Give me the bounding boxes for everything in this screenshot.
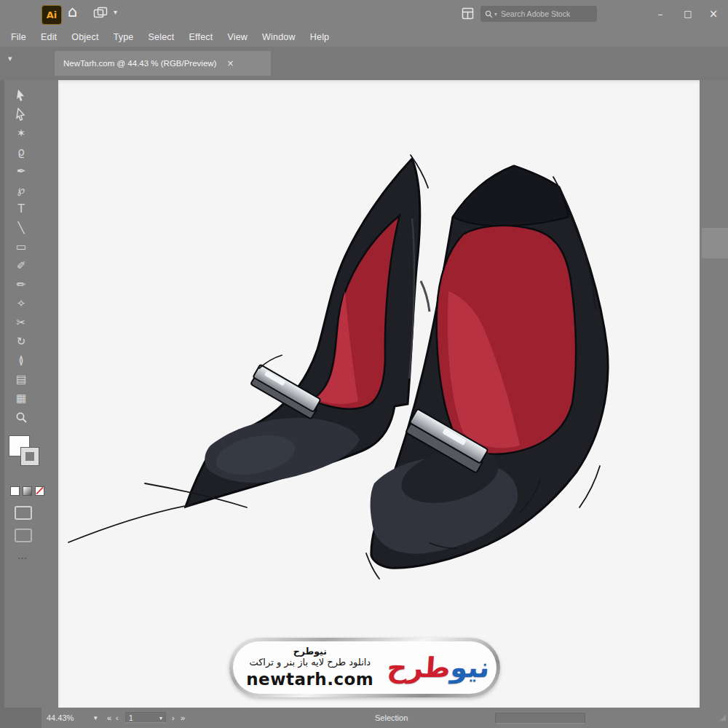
watermark-logo-red: طرح bbox=[386, 652, 451, 684]
shaper-tool-icon[interactable]: ✧ bbox=[4, 294, 38, 313]
search-icon bbox=[485, 10, 493, 18]
draw-normal-mode-icon[interactable] bbox=[15, 506, 32, 520]
rectangle-tool-icon[interactable]: ▭ bbox=[4, 237, 38, 256]
menubar-items: FileEditObjectTypeSelectEffectViewWindow… bbox=[0, 28, 728, 47]
status-bar: 44.43% ▾ « ‹ 1 ▾ › » Selection ◢ bbox=[0, 708, 728, 728]
tools-panel: ✶ϱ✒℘T╲▭✐✏✧✂↻≬▤▦ ⋯ bbox=[4, 80, 58, 708]
maximize-button[interactable]: □ bbox=[676, 0, 700, 28]
color-type-row bbox=[10, 486, 48, 496]
watermark-domain: newtarh.com bbox=[240, 669, 380, 690]
artboard-canvas[interactable]: نیوطرح دانلود طرح لایه باز بنر و تراکت n… bbox=[58, 80, 700, 708]
menu-select[interactable]: Select bbox=[149, 32, 175, 42]
artboard-chevron-icon[interactable]: ▾ bbox=[159, 713, 162, 722]
app-logo-icon[interactable]: Ai bbox=[41, 5, 62, 25]
watermark-logo: نیوطرح bbox=[386, 652, 491, 684]
zoom-chevron-icon[interactable]: ▾ bbox=[94, 708, 98, 728]
menu-view[interactable]: View bbox=[227, 32, 248, 42]
tab-overflow-chevron-icon[interactable]: ▾ bbox=[8, 54, 12, 63]
zoom-level[interactable]: 44.43% bbox=[47, 708, 74, 728]
rotate-tool-icon[interactable]: ↻ bbox=[4, 332, 38, 351]
previous-artboard-button[interactable]: ‹ bbox=[116, 708, 119, 728]
search-input[interactable]: ▾ Search Adobe Stock bbox=[480, 6, 597, 22]
gradient-button[interactable] bbox=[23, 486, 32, 496]
watermark-badge: نیوطرح دانلود طرح لایه باز بنر و تراکت n… bbox=[229, 638, 500, 697]
document-tab[interactable]: NewTarh.com @ 44.43 % (RGB/Preview) × bbox=[55, 51, 271, 76]
menu-edit[interactable]: Edit bbox=[41, 32, 57, 42]
paintbrush-tool-icon[interactable]: ✐ bbox=[4, 256, 38, 275]
tools-list: ✶ϱ✒℘T╲▭✐✏✧✂↻≬▤▦ bbox=[4, 80, 58, 427]
search-chevron-icon: ▾ bbox=[494, 11, 497, 17]
main-area: ✶ϱ✒℘T╲▭✐✏✧✂↻≬▤▦ ⋯ bbox=[0, 80, 728, 708]
title-bar: Ai ⌂ ▾ ▾ Search Adobe Stock – □ × bbox=[0, 0, 728, 28]
search-placeholder: Search Adobe Stock bbox=[501, 9, 570, 18]
mesh-tool-icon[interactable]: ▦ bbox=[4, 389, 38, 408]
artboard-navigation-field[interactable]: 1 ▾ bbox=[125, 712, 166, 723]
menu-object[interactable]: Object bbox=[71, 32, 98, 42]
artboard-overview-icon[interactable] bbox=[93, 7, 108, 23]
stroke-color-swatch[interactable] bbox=[21, 448, 39, 465]
pen-tool-icon[interactable]: ✒ bbox=[4, 162, 38, 181]
scissors-tool-icon[interactable]: ✂ bbox=[4, 313, 38, 332]
vertical-scrollbar-thumb[interactable] bbox=[702, 228, 728, 258]
tab-bar: ▾ NewTarh.com @ 44.43 % (RGB/Preview) × bbox=[0, 47, 728, 80]
selection-tool-icon[interactable] bbox=[4, 86, 38, 105]
home-icon[interactable]: ⌂ bbox=[68, 3, 77, 20]
width-tool-icon[interactable]: ≬ bbox=[4, 351, 38, 370]
artboard-number: 1 bbox=[129, 713, 133, 722]
tab-close-icon[interactable]: × bbox=[226, 58, 234, 68]
menu-window[interactable]: Window bbox=[262, 32, 296, 42]
menu-type[interactable]: Type bbox=[114, 32, 134, 42]
direct-selection-tool-icon[interactable] bbox=[4, 105, 38, 124]
watermark-tagline: دانلود طرح لایه باز بنر و تراکت bbox=[240, 657, 380, 668]
pencil-tool-icon[interactable]: ✏ bbox=[4, 275, 38, 294]
minimize-button[interactable]: – bbox=[648, 0, 673, 28]
color-button[interactable] bbox=[10, 486, 20, 496]
current-tool-label: Selection bbox=[375, 708, 408, 728]
first-artboard-button[interactable]: « bbox=[107, 708, 111, 728]
gradient-tool-icon[interactable]: ▤ bbox=[4, 370, 38, 389]
line-segment-tool-icon[interactable]: ╲ bbox=[4, 218, 38, 237]
type-tool-icon[interactable]: T bbox=[4, 199, 38, 218]
chevron-down-icon[interactable]: ▾ bbox=[114, 8, 117, 16]
none-button[interactable] bbox=[35, 486, 44, 496]
left-shoe[interactable] bbox=[186, 159, 420, 507]
zoom-tool-icon[interactable] bbox=[4, 408, 38, 427]
watermark-brand: نیوطرح bbox=[240, 646, 380, 657]
lasso-tool-icon[interactable]: ϱ bbox=[4, 143, 38, 162]
resize-grip-icon[interactable]: ◢ bbox=[720, 708, 726, 728]
magic-wand-tool-icon[interactable]: ✶ bbox=[4, 124, 38, 143]
fill-stroke-swatches[interactable] bbox=[9, 435, 47, 476]
menu-file[interactable]: File bbox=[11, 32, 26, 42]
menu-effect[interactable]: Effect bbox=[189, 32, 213, 42]
document-tab-title: NewTarh.com @ 44.43 % (RGB/Preview) bbox=[63, 59, 216, 68]
status-info-field bbox=[495, 713, 585, 724]
watermark-logo-blue: نیو bbox=[449, 652, 491, 684]
workspace-switcher-icon[interactable] bbox=[462, 7, 474, 23]
menu-help[interactable]: Help bbox=[310, 32, 330, 42]
draw-behind-mode-icon[interactable] bbox=[15, 529, 32, 542]
next-artboard-button[interactable]: › bbox=[172, 708, 175, 728]
shoes-illustration[interactable] bbox=[58, 80, 700, 708]
last-artboard-button[interactable]: » bbox=[181, 708, 185, 728]
curvature-tool-icon[interactable]: ℘ bbox=[4, 181, 38, 199]
close-button[interactable]: × bbox=[701, 0, 726, 28]
